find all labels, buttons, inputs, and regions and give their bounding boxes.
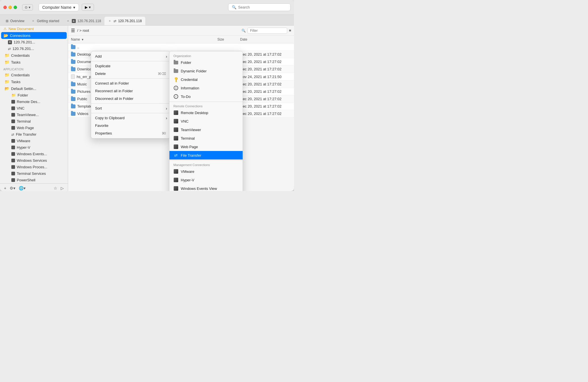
- menu-item-properties[interactable]: Properties ⌘I: [91, 129, 170, 137]
- sidebar-ds-folder[interactable]: 📁 Folder: [1, 92, 67, 98]
- submenu-item-remote-desktop[interactable]: Remote Desktop: [169, 108, 243, 117]
- tab-overview[interactable]: ⊞ Overview: [2, 17, 28, 25]
- sidebar-ds-terminal[interactable]: Terminal: [1, 118, 67, 125]
- sidebar-item-label: Windows Services: [17, 158, 47, 163]
- close-icon[interactable]: ✕: [108, 19, 112, 23]
- file-name: Music: [77, 82, 87, 86]
- sidebar-item-ft1[interactable]: ⇄ 120.76.201...: [1, 45, 67, 52]
- submenu-item-dynamic-folder[interactable]: Dynamic Folder: [169, 67, 243, 75]
- submenu-label: To-Do: [181, 95, 191, 99]
- tab-rdp1[interactable]: ✕ R 120.76.201.118: [63, 17, 104, 25]
- connect-all-label: Connect all in Folder: [95, 81, 129, 85]
- sidebar-item-label: Tasks: [11, 80, 20, 84]
- breadcrumb-root: root: [83, 28, 89, 33]
- submenu-item-information[interactable]: i Information: [169, 84, 243, 92]
- sidebar-ds-powershell[interactable]: PowerShell: [1, 177, 67, 183]
- file-date: Dec 20, 2021 at 17:27:02: [240, 52, 291, 56]
- rdp-icon: [173, 110, 178, 115]
- maximize-button[interactable]: [14, 6, 17, 9]
- sidebar-ds-filetransfer[interactable]: ⇄ File Transfer: [1, 131, 67, 138]
- submenu-item-terminal[interactable]: Terminal: [169, 134, 243, 142]
- sidebar-item-new-document[interactable]: ⚠ New Document: [1, 26, 67, 32]
- warning-icon: ⚠: [3, 27, 7, 31]
- play-footer-button[interactable]: ▷: [60, 185, 64, 191]
- sidebar-ds-webpage[interactable]: Web Page: [1, 125, 67, 131]
- submenu-label: Windows Events View: [181, 186, 217, 191]
- table-row[interactable]: ..: [68, 43, 294, 51]
- sidebar-ds-winservices[interactable]: Windows Services: [1, 157, 67, 164]
- menu-item-reconnect-all[interactable]: Reconnect all in Folder: [91, 87, 170, 95]
- sidebar-item-app-credentials[interactable]: 📁 Credentials: [1, 72, 67, 78]
- folder-icon: [71, 112, 75, 116]
- submenu-item-vmware[interactable]: VMware: [169, 167, 243, 176]
- sidebar-ds-winevents[interactable]: Windows Events...: [1, 151, 67, 157]
- list-options-button[interactable]: ≡: [289, 28, 291, 33]
- menu-item-sort[interactable]: Sort: [91, 104, 170, 112]
- back-forward-btn[interactable]: ⊙ ▾: [22, 4, 33, 11]
- sidebar-item-label: VMware: [17, 139, 30, 143]
- menu-item-delete[interactable]: Delete ⌘⌫: [91, 70, 170, 77]
- sidebar-ds-winprocesses[interactable]: Windows Proces...: [1, 164, 67, 170]
- ft-icon: ⇄: [11, 133, 14, 137]
- search-bar[interactable]: 🔍: [228, 3, 291, 11]
- submenu-item-todo[interactable]: ✓ To-Do: [169, 92, 243, 101]
- delete-label: Delete: [95, 72, 106, 76]
- sidebar-ds-rdp[interactable]: Remote Des...: [1, 98, 67, 105]
- close-icon[interactable]: ✕: [66, 19, 70, 23]
- submenu-item-webpage[interactable]: Web Page: [169, 142, 243, 151]
- submenu-item-vnc[interactable]: VNC: [169, 117, 243, 125]
- sidebar-ds-teamviewer[interactable]: TeamViewe...: [1, 112, 67, 118]
- minimize-button[interactable]: [9, 6, 12, 9]
- submenu-item-hyperv[interactable]: Hyper-V: [169, 176, 243, 184]
- submenu-item-windows-events-view[interactable]: Windows Events View: [169, 184, 243, 191]
- sep-management: [169, 160, 243, 161]
- delete-shortcut: ⌘⌫: [158, 72, 166, 76]
- menu-item-duplicate[interactable]: Duplicate: [91, 62, 170, 70]
- submenu-item-teamviewer[interactable]: TeamViewer: [169, 125, 243, 134]
- sidebar-ds-vmware[interactable]: VMware: [1, 138, 67, 144]
- menu-item-favorite[interactable]: Favorite: [91, 122, 170, 129]
- network-footer-button[interactable]: 🌐▾: [18, 185, 26, 191]
- menu-item-disconnect-all[interactable]: Disconnect all in Folder: [91, 95, 170, 102]
- list-view-button[interactable]: ☰: [71, 28, 75, 33]
- connect-button[interactable]: ▶ ▾: [82, 4, 94, 11]
- filter-input[interactable]: [247, 28, 287, 34]
- computer-name-dropdown[interactable]: Computer Name ▾: [39, 3, 79, 11]
- sidebar-item-tasks[interactable]: 📁 Tasks: [1, 59, 67, 66]
- traffic-lights: [3, 6, 17, 9]
- sidebar-item-default-settings[interactable]: 📂 Default Settin...: [1, 85, 67, 92]
- folder-icon: [71, 60, 75, 64]
- submenu-item-file-transfer[interactable]: ⇄ File Transfer: [169, 151, 243, 159]
- chevron-down-icon: ▾: [73, 5, 75, 10]
- submenu-label: Hyper-V: [181, 178, 194, 182]
- separator-2: [91, 78, 170, 79]
- add-footer-button[interactable]: +: [3, 185, 7, 191]
- sidebar-ds-vnc[interactable]: VNC: [1, 105, 67, 112]
- vmware-icon: [11, 139, 15, 143]
- sidebar-item-app-tasks[interactable]: 📁 Tasks: [1, 78, 67, 85]
- menu-item-copy-clipboard[interactable]: Copy to Clipboard: [91, 114, 170, 122]
- tab-getting-started[interactable]: ✕ Getting started: [28, 17, 63, 25]
- section-remote-label: Remote Connections: [169, 103, 243, 108]
- submenu-item-credential[interactable]: 🔑 Credential: [169, 75, 243, 84]
- sidebar-ds-hyperv[interactable]: Hyper-V: [1, 144, 67, 151]
- star-footer-button[interactable]: ☆: [53, 185, 58, 191]
- submenu-label: VMware: [181, 169, 194, 174]
- check-icon: ✓: [173, 94, 178, 99]
- ft-icon: ⇄: [114, 19, 116, 23]
- tab-ft1[interactable]: ✕ ⇄ 120.76.201.118: [104, 17, 145, 25]
- sidebar-item-rdp1[interactable]: R 120.76.201...: [1, 39, 67, 45]
- settings-footer-button[interactable]: ⚙︎▾: [9, 185, 16, 191]
- sidebar-item-connections[interactable]: 📂 Connections: [1, 32, 67, 39]
- sidebar-item-credentials[interactable]: 📁 Credentials: [1, 52, 67, 59]
- search-input[interactable]: [238, 5, 287, 9]
- menu-item-add[interactable]: Add: [91, 53, 170, 60]
- duplicate-label: Duplicate: [95, 64, 110, 68]
- submenu-item-folder[interactable]: Folder: [169, 58, 243, 67]
- sidebar-item-label: New Document: [9, 27, 34, 31]
- close-icon[interactable]: ✕: [31, 19, 35, 23]
- sidebar-ds-termservices[interactable]: Terminal Services: [1, 170, 67, 177]
- close-button[interactable]: [3, 6, 7, 9]
- play-icon: ▶: [85, 5, 88, 9]
- menu-item-connect-all[interactable]: Connect all in Folder: [91, 79, 170, 87]
